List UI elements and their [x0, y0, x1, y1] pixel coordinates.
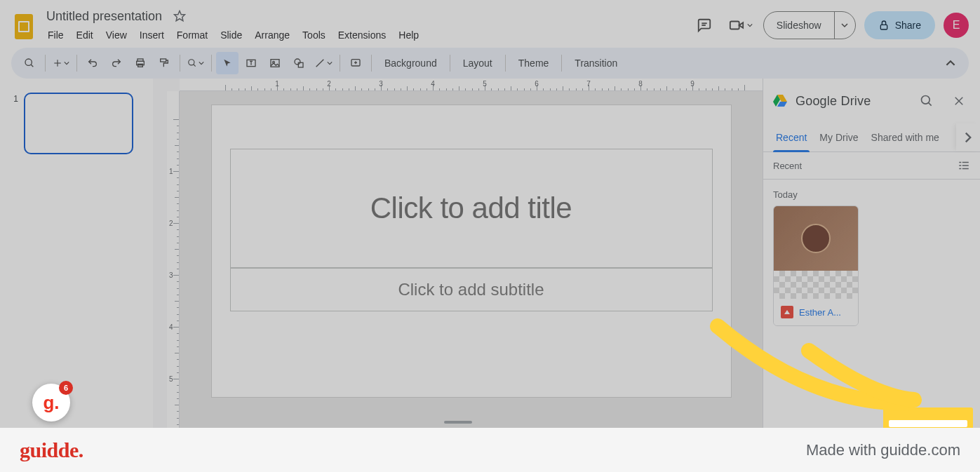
workspace: 1 123456789 12345 Click to add title Cli…	[0, 79, 980, 428]
svg-rect-6	[730, 22, 739, 29]
menu-tools[interactable]: Tools	[297, 27, 331, 43]
guidde-footer-credit: Made with guidde.com	[806, 441, 960, 459]
slideshow-dropdown[interactable]	[834, 12, 855, 39]
svg-line-26	[316, 60, 324, 67]
paint-format-button[interactable]	[153, 52, 175, 74]
svg-line-10	[31, 65, 33, 67]
slideshow-split-button: Slideshow	[763, 11, 856, 39]
share-label: Share	[895, 20, 921, 31]
svg-rect-38	[959, 168, 961, 170]
menu-arrange[interactable]: Arrange	[249, 27, 295, 43]
lock-icon	[878, 20, 890, 31]
svg-rect-2	[20, 22, 28, 31]
comments-icon[interactable]	[690, 11, 718, 39]
comment-tool[interactable]	[344, 52, 367, 74]
star-icon[interactable]	[173, 10, 186, 22]
account-avatar[interactable]: E	[944, 13, 969, 38]
filmstrip: 1	[0, 79, 153, 428]
menu-view[interactable]: View	[100, 27, 133, 43]
select-tool[interactable]	[216, 52, 239, 74]
svg-point-30	[922, 96, 930, 104]
side-panel-title: Google Drive	[796, 94, 907, 109]
svg-rect-35	[962, 162, 969, 163]
tab-recent[interactable]: Recent	[773, 123, 817, 151]
collapse-toolbar-button[interactable]	[939, 52, 962, 74]
menu-extensions[interactable]: Extensions	[333, 27, 391, 43]
group-today-label: Today	[763, 180, 980, 205]
line-tool[interactable]	[311, 52, 335, 74]
toolbar: Background Layout Theme Transition	[11, 48, 969, 79]
subtitle-placeholder[interactable]: Click to add subtitle	[230, 268, 713, 311]
vertical-ruler[interactable]: 12345	[167, 91, 180, 428]
redo-button[interactable]	[105, 52, 128, 74]
file-thumbnail	[774, 206, 858, 271]
drive-side-panel: Google Drive Recent My Drive Shared with…	[763, 79, 980, 428]
svg-point-17	[189, 60, 194, 65]
close-panel-icon[interactable]	[946, 88, 972, 114]
svg-line-18	[194, 65, 196, 67]
menu-format[interactable]: Format	[171, 27, 213, 43]
drive-file-card[interactable]: Esther A...	[773, 205, 859, 326]
drive-logo-icon	[772, 93, 788, 109]
svg-rect-25	[298, 62, 303, 67]
tab-shared[interactable]: Shared with me	[868, 123, 949, 151]
file-thumbnail-transparency	[774, 271, 858, 299]
list-view-icon[interactable]	[958, 159, 970, 172]
editor-area: 123456789 12345 Click to add title Click…	[153, 79, 763, 428]
slides-logo[interactable]	[11, 14, 36, 39]
tabs-scroll-right-icon[interactable]	[956, 123, 980, 151]
title-placeholder[interactable]: Click to add title	[230, 149, 713, 268]
svg-point-9	[25, 59, 32, 65]
svg-rect-15	[138, 64, 143, 67]
annotation-highlight-box	[883, 407, 973, 430]
menu-edit[interactable]: Edit	[71, 27, 99, 43]
guidde-g-icon: g.	[43, 392, 59, 414]
guidde-footer-logo: guidde.	[20, 438, 83, 462]
svg-rect-22	[271, 60, 279, 67]
guidde-widget-badge[interactable]: g. 6	[32, 384, 70, 422]
search-menus-button[interactable]	[18, 52, 41, 74]
horizontal-ruler[interactable]: 123456789	[180, 79, 763, 91]
slideshow-button[interactable]: Slideshow	[764, 12, 834, 39]
layout-button[interactable]: Layout	[455, 52, 501, 74]
menu-slide[interactable]: Slide	[215, 27, 248, 43]
menu-help[interactable]: Help	[393, 27, 424, 43]
doc-title[interactable]: Untitled presentation	[42, 8, 166, 25]
drive-search-icon[interactable]	[914, 88, 939, 114]
slide-thumbnail-1[interactable]	[24, 93, 133, 154]
share-button[interactable]: Share	[864, 11, 935, 39]
background-button[interactable]: Background	[376, 52, 445, 74]
svg-rect-34	[959, 162, 961, 163]
speaker-notes-handle[interactable]	[444, 421, 472, 424]
transition-button[interactable]: Transition	[566, 52, 626, 74]
svg-rect-39	[962, 168, 969, 170]
textbox-tool[interactable]	[240, 52, 262, 74]
svg-line-31	[929, 103, 932, 106]
new-slide-button[interactable]	[50, 52, 72, 74]
print-button[interactable]	[129, 52, 152, 74]
menu-file[interactable]: File	[42, 27, 69, 43]
svg-point-24	[295, 59, 300, 65]
svg-rect-8	[880, 25, 887, 29]
zoom-button[interactable]	[184, 52, 207, 74]
svg-rect-37	[962, 165, 969, 166]
svg-marker-3	[175, 11, 185, 21]
image-tool[interactable]	[264, 52, 286, 74]
canvas-background[interactable]: Click to add title Click to add subtitle	[180, 91, 763, 428]
app-header: Untitled presentation File Edit View Ins…	[0, 0, 980, 45]
guidde-notification-count: 6	[59, 381, 73, 395]
theme-button[interactable]: Theme	[510, 52, 558, 74]
svg-rect-16	[161, 59, 166, 62]
drive-tabs: Recent My Drive Shared with me	[763, 123, 980, 152]
undo-button[interactable]	[81, 52, 104, 74]
slide-canvas[interactable]: Click to add title Click to add subtitle	[212, 105, 731, 397]
section-label-recent: Recent	[773, 161, 802, 171]
guidde-footer: guidde. Made with guidde.com	[0, 428, 980, 472]
menu-insert[interactable]: Insert	[134, 27, 170, 43]
file-name: Esther A...	[799, 307, 841, 318]
svg-rect-36	[959, 165, 961, 166]
tab-my-drive[interactable]: My Drive	[817, 123, 868, 151]
menu-bar: File Edit View Insert Format Slide Arran…	[42, 27, 690, 43]
shape-tool[interactable]	[288, 52, 310, 74]
meet-icon[interactable]	[727, 11, 755, 39]
